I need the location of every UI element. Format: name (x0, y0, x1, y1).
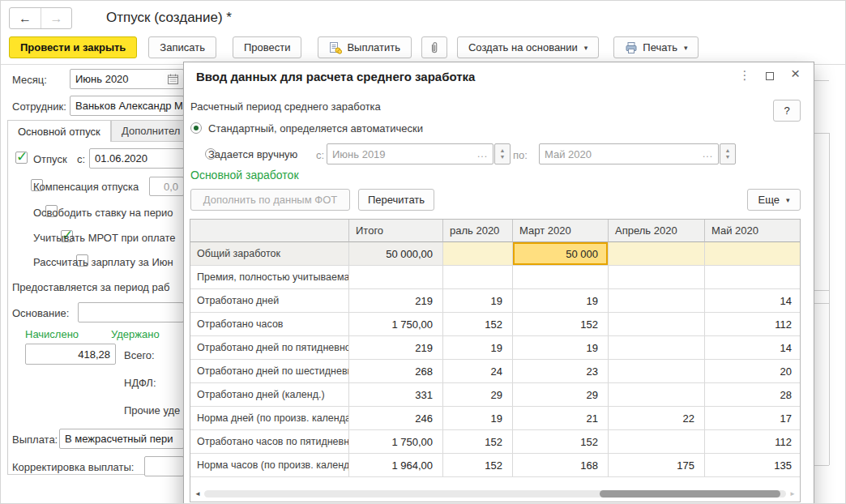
adjustment-input[interactable] (144, 456, 184, 476)
table-cell[interactable] (443, 266, 513, 288)
payout-select[interactable]: В межрасчетный пери (59, 429, 184, 449)
row-label[interactable]: Отработано дней по шестидневно… (190, 360, 349, 382)
print-button[interactable]: Печать ▾ (613, 36, 699, 58)
forward-icon[interactable]: → (41, 8, 71, 28)
table-cell[interactable]: 152 (443, 454, 513, 476)
row-label[interactable]: Отработано дней (календ.) (190, 383, 349, 406)
table-cell[interactable]: 22 (609, 407, 705, 429)
reread-button[interactable]: Перечитать (358, 189, 434, 211)
table-cell[interactable] (609, 383, 705, 406)
scroll-left-icon[interactable]: ◄ (194, 489, 201, 498)
post-button[interactable]: Провести (233, 36, 302, 58)
table-cell[interactable]: 152 (513, 313, 609, 335)
scroll-right-icon[interactable]: ► (789, 489, 796, 498)
row-label[interactable]: Отработано дней по пятидневной … (190, 336, 349, 359)
table-cell[interactable] (609, 360, 705, 382)
column-header[interactable]: Апрель 2020 (609, 220, 705, 242)
horizontal-scrollbar[interactable]: ◄ ► (194, 489, 796, 498)
table-cell[interactable] (443, 242, 513, 265)
table-cell[interactable]: 219 (349, 336, 443, 359)
table-cell[interactable] (705, 266, 801, 288)
table-cell[interactable]: 28 (705, 383, 801, 406)
spin-down-icon[interactable]: ▼ (725, 154, 731, 160)
tab-main-vacation[interactable]: Основной отпуск (7, 120, 111, 142)
table-cell[interactable]: 23 (513, 360, 609, 382)
table-cell[interactable]: 1 964,00 (349, 454, 443, 476)
close-icon[interactable]: × (791, 65, 800, 83)
kebab-menu-icon[interactable]: ⋮ (738, 68, 751, 83)
spin-down-icon[interactable]: ▼ (500, 154, 506, 160)
table-cell[interactable]: 19 (513, 336, 609, 359)
table-cell[interactable]: 331 (349, 383, 443, 406)
more-button[interactable]: Еще ▾ (747, 189, 801, 211)
table-cell[interactable]: 168 (513, 454, 609, 476)
table-cell[interactable] (349, 266, 443, 288)
maximize-icon[interactable] (766, 72, 774, 80)
table-cell[interactable]: 29 (513, 383, 609, 406)
table-cell[interactable]: 14 (705, 336, 801, 359)
table-cell[interactable]: 112 (705, 430, 801, 453)
table-cell[interactable]: 17 (705, 407, 801, 429)
table-cell[interactable]: 246 (349, 407, 443, 429)
table-cell[interactable]: 268 (349, 360, 443, 382)
pay-button[interactable]: Выплатить (318, 36, 412, 58)
table-cell[interactable]: 50 000 (513, 242, 609, 265)
spin-up-icon[interactable]: ▲ (500, 147, 506, 154)
back-icon[interactable]: ← (10, 8, 41, 28)
table-cell[interactable] (609, 430, 705, 453)
save-button[interactable]: Записать (148, 36, 216, 58)
table-cell[interactable]: 19 (513, 289, 609, 312)
table-cell[interactable]: 21 (513, 407, 609, 429)
table-cell[interactable]: 175 (609, 454, 705, 476)
calendar-icon[interactable] (168, 74, 178, 84)
period-from-spinner[interactable]: ▲ ▼ (494, 143, 511, 164)
table-cell[interactable]: 19 (443, 336, 513, 359)
help-button[interactable]: ? (773, 100, 801, 122)
table-cell[interactable] (705, 242, 801, 265)
attachments-button[interactable] (421, 36, 447, 58)
table-cell[interactable] (513, 266, 609, 288)
row-label[interactable]: Отработано часов по пятидневно… (190, 430, 349, 453)
row-label[interactable]: Премия, полностью учитываемая (190, 266, 349, 288)
period-to-spinner[interactable]: ▲ ▼ (720, 143, 736, 164)
tab-additional-vacation[interactable]: Дополнител (111, 120, 184, 142)
table-cell[interactable]: 1 750,00 (349, 430, 443, 453)
accrued-input[interactable]: 418,28 (25, 344, 116, 365)
column-header[interactable]: раль 2020 (443, 220, 513, 242)
table-cell[interactable]: 20 (705, 360, 801, 382)
table-cell[interactable]: 112 (705, 313, 801, 335)
row-label[interactable]: Общий заработок (190, 242, 349, 265)
compensation-days-input[interactable]: 0,0 (149, 177, 184, 196)
table-cell[interactable] (609, 336, 705, 359)
table-cell[interactable]: 29 (443, 383, 513, 406)
row-label[interactable]: Отработано часов (190, 313, 349, 335)
column-header[interactable]: Март 2020 (513, 220, 609, 242)
table-cell[interactable]: 135 (705, 454, 801, 476)
basis-input[interactable] (78, 302, 184, 322)
post-and-close-button[interactable]: Провести и закрыть (9, 36, 137, 58)
choose-icon[interactable]: ... (472, 148, 488, 160)
row-label[interactable]: Норма часов (по произв. календа… (190, 454, 349, 476)
column-header[interactable]: Май 2020 (705, 220, 801, 242)
create-based-on-button[interactable]: Создать на основании ▾ (457, 36, 599, 58)
vacation-from-input[interactable]: 01.06.2020 (89, 148, 184, 169)
table-cell[interactable]: 1 750,00 (349, 313, 443, 335)
table-cell[interactable]: 14 (705, 289, 801, 312)
radio-standard-period[interactable] (190, 122, 202, 134)
table-cell[interactable]: 219 (349, 289, 443, 312)
choose-icon[interactable]: ... (698, 148, 713, 160)
table-cell[interactable]: 152 (443, 313, 513, 335)
table-cell[interactable]: 19 (443, 289, 513, 312)
spin-up-icon[interactable]: ▲ (725, 147, 731, 154)
column-header[interactable]: Итого (349, 220, 443, 242)
scrollbar-track[interactable] (204, 490, 786, 498)
table-cell[interactable] (609, 313, 705, 335)
table-cell[interactable] (609, 289, 705, 312)
table-cell[interactable]: 50 000,00 (349, 242, 443, 265)
row-label[interactable]: Норма дней (по произв. календар… (190, 407, 349, 429)
vacation-checkbox[interactable] (15, 152, 28, 164)
employee-input[interactable]: Ваньков Александр М (70, 96, 184, 116)
table-cell[interactable]: 19 (443, 407, 513, 429)
period-from-input[interactable]: Июнь 2019 ... (327, 143, 494, 164)
month-input[interactable]: Июнь 2020 (70, 69, 184, 89)
